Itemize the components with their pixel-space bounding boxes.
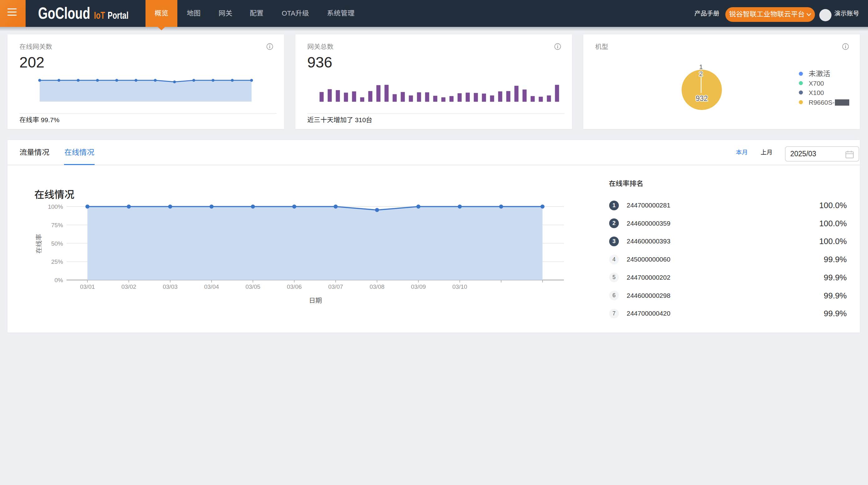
svg-text:R9660S-: R9660S- — [809, 99, 835, 106]
svg-text:03/09: 03/09 — [411, 283, 426, 290]
svg-text:03/01: 03/01 — [80, 283, 95, 290]
svg-text:75%: 75% — [51, 222, 63, 228]
svg-text:日期: 日期 — [309, 297, 322, 304]
svg-text:50%: 50% — [51, 240, 63, 247]
svg-text:100%: 100% — [48, 203, 63, 210]
svg-text:932: 932 — [696, 94, 708, 103]
svg-text:03/07: 03/07 — [328, 283, 343, 290]
svg-text:X100: X100 — [809, 89, 824, 96]
svg-text:03/06: 03/06 — [287, 283, 302, 290]
svg-text:03/02: 03/02 — [121, 283, 136, 290]
svg-text:2: 2 — [699, 70, 703, 77]
svg-text:03/03: 03/03 — [163, 283, 178, 290]
svg-text:03/04: 03/04 — [204, 283, 219, 290]
svg-text:X700: X700 — [809, 80, 824, 87]
svg-text:0%: 0% — [55, 277, 63, 283]
svg-text:在线率: 在线率 — [35, 234, 42, 254]
svg-text:未激活: 未激活 — [809, 70, 830, 78]
svg-text:03/08: 03/08 — [370, 283, 385, 290]
svg-text:1: 1 — [699, 63, 703, 70]
svg-text:03/10: 03/10 — [453, 283, 467, 290]
svg-text:03/05: 03/05 — [245, 283, 260, 290]
svg-text:25%: 25% — [51, 258, 63, 265]
